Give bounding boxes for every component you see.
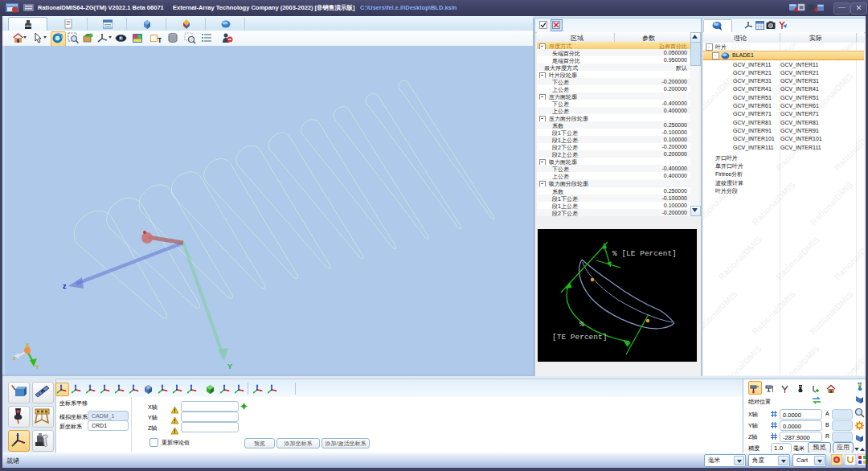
svg-text:z: z bbox=[63, 282, 67, 290]
svg-text:X: X bbox=[26, 342, 30, 348]
svg-text:Y: Y bbox=[227, 362, 232, 371]
svg-text:T: T bbox=[158, 36, 162, 44]
svg-text:[TE Percent]: [TE Percent] bbox=[552, 333, 607, 342]
svg-text:%: % bbox=[579, 320, 584, 329]
svg-text:z: z bbox=[13, 355, 16, 361]
svg-text:% [LE Percent]: % [LE Percent] bbox=[612, 249, 677, 258]
svg-text:Y: Y bbox=[35, 364, 39, 370]
